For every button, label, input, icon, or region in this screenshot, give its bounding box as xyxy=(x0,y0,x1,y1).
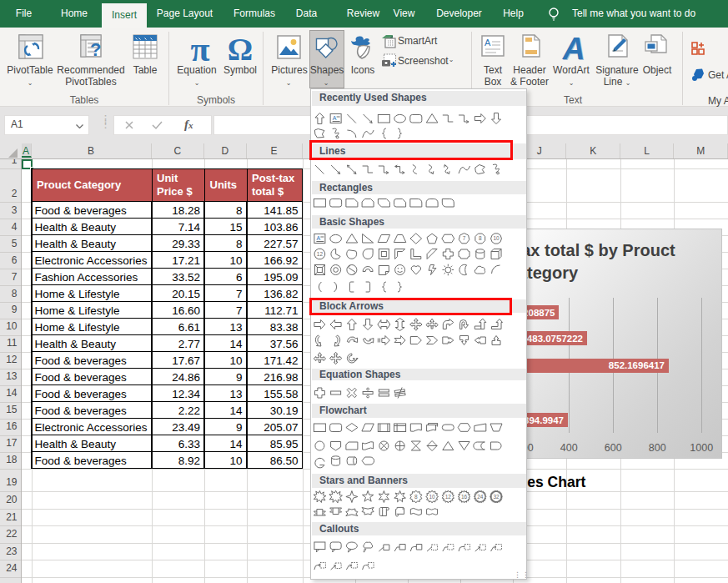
svg-text:?: ? xyxy=(90,39,101,59)
svg-text:A: A xyxy=(484,38,491,48)
svg-text:10: 10 xyxy=(493,235,500,241)
svg-text:24: 24 xyxy=(477,494,484,500)
svg-text:8: 8 xyxy=(479,235,482,241)
svg-text:16: 16 xyxy=(461,494,468,500)
svg-text:12: 12 xyxy=(317,251,324,257)
svg-text:32: 32 xyxy=(493,494,500,500)
svg-text:12: 12 xyxy=(445,494,452,500)
svg-text:10: 10 xyxy=(429,494,435,500)
svg-text:8: 8 xyxy=(414,494,418,500)
svg-text:7: 7 xyxy=(463,235,466,241)
svg-text:A: A xyxy=(333,115,337,121)
svg-text:A: A xyxy=(316,235,320,241)
